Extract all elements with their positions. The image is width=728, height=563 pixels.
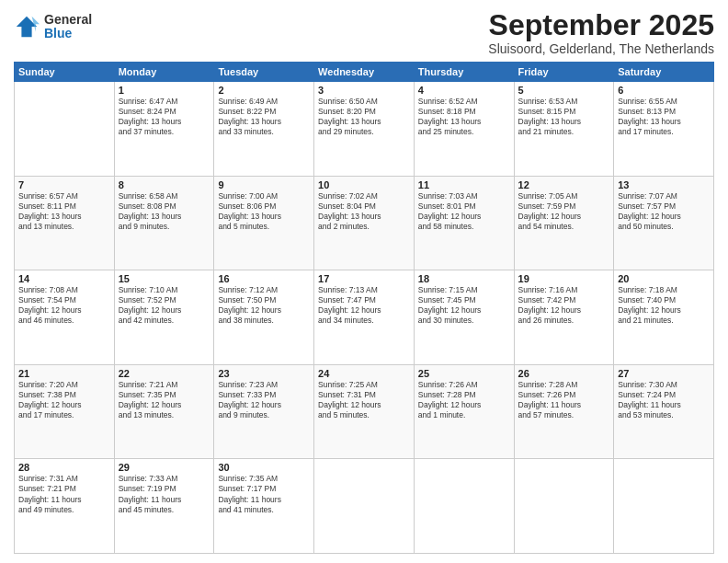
- calendar-cell: 6Sunrise: 6:55 AM Sunset: 8:13 PM Daylig…: [614, 82, 714, 177]
- day-number: 10: [318, 179, 410, 190]
- day-info: Sunrise: 7:07 AM Sunset: 7:57 PM Dayligh…: [618, 191, 710, 232]
- calendar-cell: 11Sunrise: 7:03 AM Sunset: 8:01 PM Dayli…: [414, 176, 514, 270]
- calendar-cell: 9Sunrise: 7:00 AM Sunset: 8:06 PM Daylig…: [214, 176, 314, 270]
- day-info: Sunrise: 7:02 AM Sunset: 8:04 PM Dayligh…: [318, 191, 410, 232]
- calendar-cell: [414, 459, 514, 554]
- calendar-header-row: SundayMondayTuesdayWednesdayThursdayFrid…: [15, 63, 714, 82]
- calendar-cell: 8Sunrise: 6:58 AM Sunset: 8:08 PM Daylig…: [114, 176, 214, 270]
- weekday-header: Wednesday: [314, 63, 415, 82]
- calendar-cell: 5Sunrise: 6:53 AM Sunset: 8:15 PM Daylig…: [514, 82, 614, 177]
- day-info: Sunrise: 7:12 AM Sunset: 7:50 PM Dayligh…: [218, 285, 310, 326]
- day-info: Sunrise: 6:52 AM Sunset: 8:18 PM Dayligh…: [418, 97, 510, 137]
- calendar-cell: 19Sunrise: 7:16 AM Sunset: 7:42 PM Dayli…: [514, 270, 614, 365]
- logo-general: General: [44, 13, 92, 27]
- weekday-header: Thursday: [414, 63, 514, 82]
- day-number: 6: [618, 85, 710, 96]
- calendar-cell: 23Sunrise: 7:23 AM Sunset: 7:33 PM Dayli…: [214, 364, 314, 459]
- day-number: 17: [318, 273, 410, 284]
- calendar-week-row: 21Sunrise: 7:20 AM Sunset: 7:38 PM Dayli…: [15, 364, 714, 459]
- day-info: Sunrise: 6:53 AM Sunset: 8:15 PM Dayligh…: [518, 97, 610, 137]
- logo: General Blue: [14, 13, 92, 41]
- calendar-cell: 22Sunrise: 7:21 AM Sunset: 7:35 PM Dayli…: [114, 364, 214, 459]
- day-info: Sunrise: 7:25 AM Sunset: 7:31 PM Dayligh…: [318, 380, 410, 420]
- calendar-subtitle: Sluisoord, Gelderland, The Netherlands: [488, 41, 714, 56]
- calendar-week-row: 7Sunrise: 6:57 AM Sunset: 8:11 PM Daylig…: [15, 176, 714, 270]
- calendar-cell: 2Sunrise: 6:49 AM Sunset: 8:22 PM Daylig…: [214, 82, 314, 177]
- calendar-cell: 1Sunrise: 6:47 AM Sunset: 8:24 PM Daylig…: [114, 82, 214, 177]
- title-block: September 2025 Sluisoord, Gelderland, Th…: [488, 9, 714, 56]
- weekday-header: Sunday: [15, 63, 115, 82]
- calendar-cell: 12Sunrise: 7:05 AM Sunset: 7:59 PM Dayli…: [514, 176, 614, 270]
- day-number: 3: [318, 85, 410, 96]
- calendar-cell: 20Sunrise: 7:18 AM Sunset: 7:40 PM Dayli…: [614, 270, 714, 365]
- day-number: 5: [518, 85, 610, 96]
- day-info: Sunrise: 7:16 AM Sunset: 7:42 PM Dayligh…: [518, 285, 610, 326]
- logo-text: General Blue: [44, 13, 92, 41]
- day-number: 19: [518, 273, 610, 284]
- day-info: Sunrise: 7:21 AM Sunset: 7:35 PM Dayligh…: [119, 380, 210, 420]
- day-number: 8: [119, 179, 210, 190]
- day-number: 2: [218, 85, 310, 96]
- day-number: 13: [618, 179, 710, 190]
- day-info: Sunrise: 7:26 AM Sunset: 7:28 PM Dayligh…: [418, 380, 510, 420]
- header: General Blue September 2025 Sluisoord, G…: [14, 9, 714, 56]
- calendar-cell: 29Sunrise: 7:33 AM Sunset: 7:19 PM Dayli…: [114, 459, 214, 554]
- day-info: Sunrise: 6:58 AM Sunset: 8:08 PM Dayligh…: [119, 191, 210, 232]
- calendar-cell: [514, 459, 614, 554]
- day-number: 20: [618, 273, 710, 284]
- weekday-header: Friday: [514, 63, 614, 82]
- calendar-cell: 17Sunrise: 7:13 AM Sunset: 7:47 PM Dayli…: [314, 270, 415, 365]
- calendar-cell: 21Sunrise: 7:20 AM Sunset: 7:38 PM Dayli…: [15, 364, 115, 459]
- day-number: 15: [119, 273, 210, 284]
- calendar-cell: 16Sunrise: 7:12 AM Sunset: 7:50 PM Dayli…: [214, 270, 314, 365]
- day-info: Sunrise: 7:23 AM Sunset: 7:33 PM Dayligh…: [218, 380, 310, 420]
- calendar-cell: 28Sunrise: 7:31 AM Sunset: 7:21 PM Dayli…: [15, 459, 115, 554]
- page: General Blue September 2025 Sluisoord, G…: [0, 0, 728, 563]
- calendar-cell: 15Sunrise: 7:10 AM Sunset: 7:52 PM Dayli…: [114, 270, 214, 365]
- day-info: Sunrise: 7:33 AM Sunset: 7:19 PM Dayligh…: [119, 474, 210, 514]
- day-number: 4: [418, 85, 510, 96]
- day-number: 23: [218, 368, 310, 379]
- day-number: 28: [18, 462, 110, 473]
- day-info: Sunrise: 7:10 AM Sunset: 7:52 PM Dayligh…: [119, 285, 210, 326]
- day-number: 22: [119, 368, 210, 379]
- day-info: Sunrise: 7:15 AM Sunset: 7:45 PM Dayligh…: [418, 285, 510, 326]
- weekday-header: Monday: [114, 63, 214, 82]
- day-number: 21: [18, 368, 110, 379]
- day-number: 18: [418, 273, 510, 284]
- day-info: Sunrise: 6:50 AM Sunset: 8:20 PM Dayligh…: [318, 97, 410, 137]
- calendar-cell: 18Sunrise: 7:15 AM Sunset: 7:45 PM Dayli…: [414, 270, 514, 365]
- calendar-cell: 7Sunrise: 6:57 AM Sunset: 8:11 PM Daylig…: [15, 176, 115, 270]
- calendar-cell: 30Sunrise: 7:35 AM Sunset: 7:17 PM Dayli…: [214, 459, 314, 554]
- day-number: 11: [418, 179, 510, 190]
- day-info: Sunrise: 7:20 AM Sunset: 7:38 PM Dayligh…: [18, 380, 110, 420]
- day-info: Sunrise: 7:18 AM Sunset: 7:40 PM Dayligh…: [618, 285, 710, 326]
- day-info: Sunrise: 6:55 AM Sunset: 8:13 PM Dayligh…: [618, 97, 710, 137]
- day-number: 9: [218, 179, 310, 190]
- calendar-cell: 14Sunrise: 7:08 AM Sunset: 7:54 PM Dayli…: [15, 270, 115, 365]
- day-number: 29: [119, 462, 210, 473]
- logo-blue: Blue: [44, 27, 92, 40]
- day-info: Sunrise: 7:00 AM Sunset: 8:06 PM Dayligh…: [218, 191, 310, 232]
- calendar-cell: 24Sunrise: 7:25 AM Sunset: 7:31 PM Dayli…: [314, 364, 415, 459]
- day-number: 7: [18, 179, 110, 190]
- calendar-cell: 26Sunrise: 7:28 AM Sunset: 7:26 PM Dayli…: [514, 364, 614, 459]
- calendar-week-row: 1Sunrise: 6:47 AM Sunset: 8:24 PM Daylig…: [15, 82, 714, 177]
- day-number: 26: [518, 368, 610, 379]
- day-number: 25: [418, 368, 510, 379]
- day-number: 16: [218, 273, 310, 284]
- calendar-cell: 27Sunrise: 7:30 AM Sunset: 7:24 PM Dayli…: [614, 364, 714, 459]
- calendar-cell: [614, 459, 714, 554]
- day-info: Sunrise: 7:03 AM Sunset: 8:01 PM Dayligh…: [418, 191, 510, 232]
- logo-icon: [14, 14, 40, 40]
- day-number: 1: [119, 85, 210, 96]
- day-number: 30: [218, 462, 310, 473]
- day-number: 24: [318, 368, 410, 379]
- day-info: Sunrise: 7:28 AM Sunset: 7:26 PM Dayligh…: [518, 380, 610, 420]
- calendar-cell: 3Sunrise: 6:50 AM Sunset: 8:20 PM Daylig…: [314, 82, 415, 177]
- calendar-cell: 10Sunrise: 7:02 AM Sunset: 8:04 PM Dayli…: [314, 176, 415, 270]
- calendar-cell: 4Sunrise: 6:52 AM Sunset: 8:18 PM Daylig…: [414, 82, 514, 177]
- day-number: 12: [518, 179, 610, 190]
- weekday-header: Saturday: [614, 63, 714, 82]
- day-info: Sunrise: 6:47 AM Sunset: 8:24 PM Dayligh…: [119, 97, 210, 137]
